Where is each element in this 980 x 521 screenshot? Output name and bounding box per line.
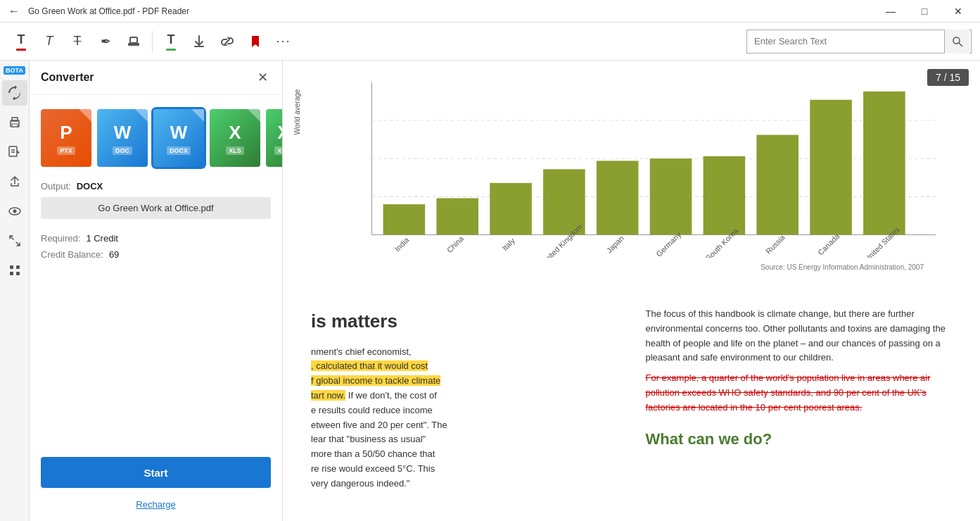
- format-doc-button[interactable]: W DOC: [97, 109, 148, 167]
- chart-svg: India China Italy United Kingdom Japan: [325, 75, 952, 258]
- output-value: DOCX: [77, 181, 103, 192]
- format-xls-button[interactable]: X XLS: [210, 109, 260, 167]
- pdf-paragraph-right-normal: The focus of this handbook is climate ch…: [646, 307, 953, 365]
- pdf-paragraph-left: nment's chief economist, , calculated th…: [311, 345, 618, 491]
- credit-balance-row: Credit Balance: 69: [30, 246, 282, 263]
- page-indicator: 7 / 15: [927, 69, 969, 86]
- bota-badge: BOTA: [4, 66, 25, 75]
- svg-rect-24: [436, 199, 478, 235]
- pdf-col-right: The focus of this handbook is climate ch…: [646, 307, 953, 491]
- sidebar-print-icon[interactable]: [2, 110, 27, 135]
- toolbar: T T T ✒ T ···: [0, 23, 980, 61]
- back-button[interactable]: ←: [6, 3, 23, 20]
- pdf-paragraph-right-strikethrough: For example, a quarter of the world's po…: [646, 371, 953, 415]
- toolbar-separator-1: [152, 31, 153, 52]
- search-button[interactable]: [944, 30, 969, 54]
- svg-rect-2: [194, 46, 204, 47]
- text-tool-button[interactable]: T: [8, 26, 34, 57]
- svg-rect-7: [12, 124, 18, 127]
- page-current: 7: [936, 72, 941, 83]
- output-label: Output:: [41, 181, 71, 192]
- world-avg-label: World average: [293, 89, 301, 135]
- sidebar-expand-icon[interactable]: [2, 228, 27, 253]
- svg-rect-16: [16, 272, 20, 275]
- main-area: BOTA: [0, 61, 980, 521]
- pdf-content: is matters nment's chief economist, , ca…: [283, 286, 980, 513]
- titlebar: ← Go Green Work at Office.pdf - PDF Read…: [0, 0, 980, 23]
- stamp-tool-button[interactable]: [121, 26, 146, 57]
- converter-close-button[interactable]: ✕: [254, 69, 271, 86]
- bookmark-tool-button[interactable]: [243, 26, 268, 57]
- text-box-button[interactable]: T: [158, 26, 184, 57]
- converter-panel: Converter ✕ P PTX W DOC W DOCX: [30, 61, 283, 521]
- svg-point-3: [953, 37, 960, 44]
- svg-rect-8: [9, 146, 17, 156]
- svg-rect-15: [10, 272, 13, 275]
- pdf-viewer[interactable]: 7 / 15 World average: [283, 61, 980, 521]
- required-label: Required:: [41, 233, 80, 244]
- pen-tool-button[interactable]: ✒: [93, 26, 118, 57]
- chart-area: World average India: [283, 61, 980, 286]
- maximize-button[interactable]: □: [908, 0, 941, 23]
- required-row: Required: 1 Credit: [30, 230, 282, 246]
- chart-source: Source: US Energy Information Administra…: [325, 263, 952, 271]
- output-row: Output: DOCX: [30, 178, 282, 194]
- format-icons-row: P PTX W DOC W DOCX X XLS: [30, 95, 282, 178]
- sidebar-icons: BOTA: [0, 61, 30, 521]
- svg-rect-36: [756, 135, 798, 235]
- start-button[interactable]: Start: [41, 457, 271, 488]
- pdf-page: 7 / 15 World average: [283, 61, 980, 521]
- svg-rect-30: [597, 161, 639, 234]
- page-total: 15: [949, 72, 960, 83]
- sidebar-share-icon[interactable]: [2, 169, 27, 194]
- pdf-col-left: is matters nment's chief economist, , ca…: [311, 307, 618, 491]
- svg-rect-38: [810, 100, 852, 235]
- svg-rect-40: [863, 92, 905, 235]
- svg-rect-14: [16, 265, 20, 269]
- search-box[interactable]: [746, 30, 972, 54]
- svg-line-4: [959, 43, 962, 46]
- svg-point-12: [13, 210, 16, 213]
- converter-title: Converter: [41, 71, 94, 84]
- close-button[interactable]: ✕: [942, 0, 974, 23]
- recharge-link[interactable]: Recharge: [30, 499, 282, 521]
- svg-text:India: India: [393, 235, 411, 253]
- svg-text:Russia: Russia: [764, 232, 787, 256]
- file-name-box: Go Green Work at Office.pdf: [41, 197, 271, 219]
- window-title: Go Green Work at Office.pdf - PDF Reader: [28, 6, 874, 16]
- sidebar-grid-icon[interactable]: [2, 258, 27, 283]
- more-tools-button[interactable]: ···: [271, 26, 296, 57]
- window-controls: — □ ✕: [874, 0, 974, 23]
- text-italic-button[interactable]: T: [37, 26, 62, 57]
- svg-rect-1: [130, 37, 137, 43]
- download-tool-button[interactable]: [186, 26, 212, 57]
- sidebar-view-icon[interactable]: [2, 199, 27, 224]
- link-tool-button[interactable]: [215, 26, 240, 57]
- svg-rect-13: [10, 265, 13, 269]
- converter-header: Converter ✕: [30, 61, 282, 95]
- svg-text:Italy: Italy: [500, 236, 516, 252]
- svg-rect-26: [490, 183, 532, 235]
- sidebar-convert-icon[interactable]: [2, 80, 27, 106]
- required-value: 1 Credit: [86, 233, 118, 244]
- format-xlsx-button[interactable]: X XLS: [266, 109, 282, 167]
- format-docx-button[interactable]: W DOCX: [153, 109, 204, 167]
- svg-rect-32: [650, 158, 692, 234]
- svg-text:China: China: [445, 234, 466, 254]
- svg-rect-6: [12, 118, 18, 121]
- credit-balance-label: Credit Balance:: [41, 249, 103, 260]
- svg-rect-22: [383, 204, 426, 234]
- pdf-heading: is matters: [311, 307, 618, 337]
- pdf-subheading: What can we do?: [646, 427, 953, 451]
- format-pptx-button[interactable]: P PTX: [41, 109, 91, 167]
- minimize-button[interactable]: —: [874, 0, 907, 23]
- sidebar-annotate-icon[interactable]: [2, 139, 27, 165]
- text-strikethrough-button[interactable]: T: [65, 26, 90, 57]
- svg-text:Japan: Japan: [605, 234, 625, 254]
- search-input[interactable]: [747, 36, 944, 46]
- credit-balance-value: 69: [109, 249, 119, 260]
- svg-rect-34: [704, 156, 746, 235]
